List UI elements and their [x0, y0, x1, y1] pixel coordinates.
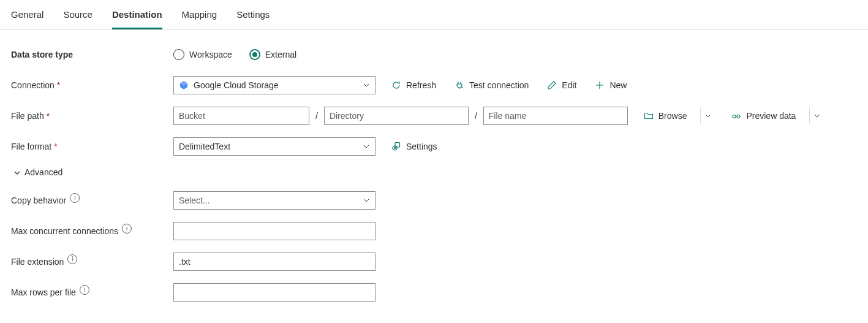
- tab-general[interactable]: General: [11, 2, 43, 29]
- max-concurrent-input[interactable]: [173, 222, 376, 240]
- path-separator: /: [314, 111, 319, 121]
- edit-label: Edit: [562, 80, 576, 90]
- file-format-settings-button[interactable]: Settings: [389, 142, 440, 151]
- chevron-down-icon: [13, 169, 21, 176]
- copy-behavior-select-placeholder: Select...: [179, 196, 363, 205]
- info-icon[interactable]: i: [122, 224, 132, 234]
- file-format-select-value: DelimitedText: [179, 142, 363, 151]
- label-max-rows-text: Max rows per file: [11, 287, 76, 297]
- label-copy-behavior-text: Copy behavior: [11, 196, 66, 205]
- file-format-settings-label: Settings: [406, 142, 437, 151]
- new-button[interactable]: New: [592, 80, 629, 90]
- refresh-button[interactable]: Refresh: [389, 80, 439, 90]
- google-cloud-storage-icon: [179, 80, 189, 90]
- radio-external[interactable]: External: [249, 49, 296, 60]
- bucket-input[interactable]: [173, 107, 309, 125]
- svg-point-6: [394, 147, 395, 148]
- form-area: Data store type Workspace External Conne…: [0, 30, 868, 323]
- tab-destination[interactable]: Destination: [112, 2, 162, 29]
- info-icon[interactable]: i: [80, 285, 89, 295]
- gear-icon: [391, 142, 401, 151]
- label-file-extension: File extension i: [11, 257, 173, 267]
- new-label: New: [609, 80, 627, 90]
- label-file-extension-text: File extension: [11, 257, 64, 267]
- file-format-select[interactable]: DelimitedText: [173, 137, 376, 156]
- radio-workspace-label: Workspace: [189, 50, 232, 59]
- radio-workspace[interactable]: Workspace: [173, 49, 232, 60]
- preview-data-button[interactable]: Preview data: [729, 111, 798, 121]
- row-copy-behavior: Copy behavior i Select...: [11, 191, 857, 210]
- radio-circle-icon: [173, 49, 184, 60]
- label-file-format: File format *: [11, 142, 173, 151]
- test-connection-label: Test connection: [469, 80, 529, 90]
- connection-select-value: Google Cloud Storage: [194, 80, 363, 90]
- browse-label: Browse: [659, 111, 687, 121]
- advanced-toggle[interactable]: Advanced: [11, 167, 857, 177]
- glasses-icon: [731, 111, 741, 121]
- pencil-icon: [547, 80, 557, 90]
- row-file-extension: File extension i: [11, 252, 857, 272]
- tabs-container: General Source Destination Mapping Setti…: [0, 0, 868, 30]
- label-data-store-type: Data store type: [11, 50, 173, 59]
- label-max-concurrent-text: Max concurrent connections: [11, 226, 118, 236]
- max-rows-input[interactable]: [173, 283, 376, 302]
- row-file-format: File format * DelimitedText Settings: [11, 137, 857, 156]
- info-icon[interactable]: i: [70, 193, 80, 203]
- path-separator: /: [474, 111, 478, 121]
- chevron-down-icon: [363, 82, 370, 89]
- filename-input[interactable]: [483, 107, 628, 125]
- browse-button[interactable]: Browse: [641, 111, 690, 121]
- label-max-concurrent: Max concurrent connections i: [11, 226, 173, 236]
- row-connection: Connection * Google Cloud Storage Refres…: [11, 75, 857, 95]
- info-icon[interactable]: i: [67, 254, 77, 264]
- preview-data-dropdown-button[interactable]: [809, 107, 825, 124]
- refresh-icon: [391, 80, 401, 90]
- refresh-label: Refresh: [406, 80, 436, 90]
- copy-behavior-select[interactable]: Select...: [173, 191, 376, 210]
- row-data-store-type: Data store type Workspace External: [11, 45, 857, 64]
- label-copy-behavior: Copy behavior i: [11, 196, 173, 205]
- plug-icon: [455, 80, 464, 90]
- label-file-path: File path *: [11, 111, 173, 121]
- edit-button[interactable]: Edit: [545, 80, 579, 90]
- required-marker: *: [54, 142, 57, 151]
- required-marker: *: [47, 111, 50, 121]
- label-file-format-text: File format: [11, 142, 51, 151]
- required-marker: *: [57, 80, 60, 90]
- plus-icon: [595, 80, 605, 90]
- label-file-path-text: File path: [11, 111, 44, 121]
- directory-input[interactable]: [324, 107, 469, 125]
- svg-point-2: [733, 115, 736, 118]
- tab-settings[interactable]: Settings: [236, 2, 270, 29]
- preview-data-label: Preview data: [746, 111, 796, 121]
- data-store-type-radio-group: Workspace External: [173, 49, 296, 60]
- advanced-toggle-label: Advanced: [25, 167, 62, 177]
- chevron-down-icon: [363, 197, 370, 204]
- label-connection-text: Connection: [11, 80, 55, 90]
- row-max-concurrent: Max concurrent connections i: [11, 221, 857, 241]
- label-max-rows: Max rows per file i: [11, 287, 173, 297]
- row-max-rows: Max rows per file i: [11, 283, 857, 302]
- radio-circle-checked-icon: [249, 49, 260, 60]
- tab-mapping[interactable]: Mapping: [182, 2, 217, 29]
- tab-source[interactable]: Source: [63, 2, 92, 29]
- file-extension-input[interactable]: [173, 253, 376, 271]
- test-connection-button[interactable]: Test connection: [452, 80, 531, 90]
- browse-dropdown-button[interactable]: [700, 107, 715, 124]
- row-file-path: File path * / / Browse Preview: [11, 106, 857, 126]
- chevron-down-icon: [363, 143, 370, 150]
- radio-external-label: External: [265, 50, 296, 59]
- svg-point-3: [737, 115, 740, 118]
- label-connection: Connection *: [11, 80, 173, 90]
- connection-select[interactable]: Google Cloud Storage: [173, 76, 376, 94]
- folder-icon: [644, 111, 654, 121]
